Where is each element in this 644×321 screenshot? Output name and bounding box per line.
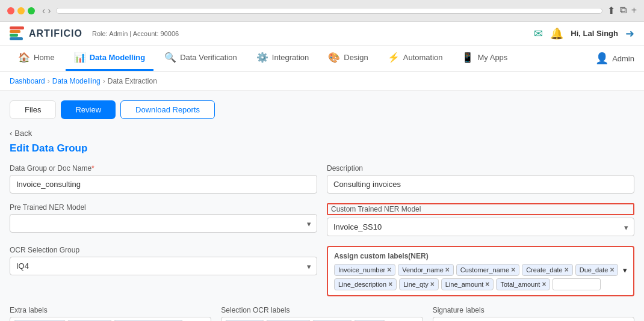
remove-invoice-number[interactable]: × <box>387 266 391 274</box>
logo-text: ARTIFICIO <box>29 28 82 39</box>
custom-trained-select[interactable]: Invoice_SS10 <box>327 218 634 236</box>
tab-files[interactable]: Files <box>10 100 56 119</box>
tl-yellow[interactable] <box>17 7 25 14</box>
ocr-label: OCR Selection Group <box>10 246 317 254</box>
nav-item-integration[interactable]: ⚙️ Integration <box>248 46 317 71</box>
signature-select-wrap <box>433 317 634 321</box>
tl-red[interactable] <box>7 7 14 14</box>
my-apps-icon: 📱 <box>462 52 474 63</box>
breadcrumb: Dashboard › Data Modelling › Data Extrac… <box>0 72 644 91</box>
remove-customer-name[interactable]: × <box>511 266 515 274</box>
bell-icon[interactable]: 🔔 <box>550 27 563 40</box>
scroll-indicator-right: ▾ <box>623 266 627 275</box>
role-info: Role: Admin | Account: 90006 <box>92 30 179 37</box>
nav-label-my-apps: My Apps <box>477 53 507 62</box>
description-group: Description <box>327 164 634 194</box>
back-arrow[interactable]: ‹ <box>42 5 45 16</box>
form-row-1: Data Group or Doc Name* Description <box>10 164 634 194</box>
signature-labels-label: Signature labels <box>433 306 634 314</box>
nav-item-home[interactable]: 🏠 Home <box>10 46 63 71</box>
ner-tag-input[interactable] <box>553 278 601 290</box>
window-icon[interactable]: ⧉ <box>620 5 627 16</box>
doc-name-input[interactable] <box>10 175 317 194</box>
selection-ocr-group: Selection OCR labels Address × Phone_no … <box>221 306 423 321</box>
breadcrumb-data-modelling[interactable]: Data Modelling <box>52 77 101 85</box>
remove-due-date[interactable]: × <box>610 266 614 274</box>
ner-tags-row1: Invoice_number × Vendor_name × Customer_… <box>334 264 627 276</box>
assign-labels-box: Assign custom labels(NER) Invoice_number… <box>327 246 634 296</box>
nav-right: 👤 Admin <box>595 52 634 65</box>
tag-customer-name: Customer_name × <box>456 264 519 276</box>
add-tab-icon[interactable]: + <box>631 5 637 16</box>
pre-trained-select[interactable] <box>10 214 317 233</box>
nav-label-data-verification: Data Verification <box>180 53 237 62</box>
nav-item-design[interactable]: 🎨 Design <box>320 46 376 71</box>
nav-label-data-modelling: Data Modelling <box>90 53 145 62</box>
nav-items: 🏠 Home 📊 Data Modelling 🔍 Data Verificat… <box>10 46 516 71</box>
nav-item-automation[interactable]: ⚡ Automation <box>379 46 451 71</box>
url-bar[interactable] <box>56 8 602 14</box>
logo-icon <box>10 26 24 40</box>
nav-item-my-apps[interactable]: 📱 My Apps <box>453 46 516 71</box>
extra-labels-container[interactable]: Customer_id × Vendor_id × Expense_catego… <box>10 317 211 321</box>
mail-icon[interactable]: ✉ <box>534 27 543 40</box>
extra-labels-group: Extra labels Customer_id × Vendor_id × E… <box>10 306 211 321</box>
logout-icon[interactable]: ➜ <box>625 27 634 40</box>
tab-review[interactable]: Review <box>61 100 116 119</box>
breadcrumb-sep-2: › <box>103 77 105 85</box>
tag-invoice-number: Invoice_number × <box>334 264 395 276</box>
pre-trained-select-wrap <box>10 214 317 233</box>
custom-trained-group: Custom Trained NER Model Invoice_SS10 <box>327 203 634 236</box>
back-arrow-icon: ‹ <box>10 129 12 138</box>
custom-trained-label: Custom Trained NER Model <box>327 203 634 215</box>
tag-line-qty: Line_qty × <box>399 278 439 290</box>
remove-total-amount[interactable]: × <box>542 280 546 289</box>
share-icon[interactable]: ⬆ <box>607 5 615 16</box>
ner-tags-row2: Line_description × Line_qty × Line_amoun… <box>334 278 627 290</box>
back-label: Back <box>14 129 32 138</box>
assign-labels-title: Assign custom labels(NER) <box>334 252 627 260</box>
top-bar: ARTIFICIO Role: Admin | Account: 90006 ✉… <box>0 22 644 46</box>
tag-create-date: Create_date × <box>522 264 573 276</box>
remove-line-description[interactable]: × <box>388 280 392 289</box>
breadcrumb-sep-1: › <box>48 77 50 85</box>
pre-trained-group: Pre Trained NER Model <box>10 203 317 236</box>
tab-download-reports[interactable]: Download Reports <box>120 100 215 119</box>
forward-arrow[interactable]: › <box>48 5 51 16</box>
admin-icon: 👤 <box>595 52 608 65</box>
selection-ocr-container[interactable]: Address × Phone_no × category × terms × … <box>221 317 423 321</box>
nav-item-data-modelling[interactable]: 📊 Data Modelling <box>66 46 153 71</box>
data-modelling-icon: 📊 <box>74 52 86 63</box>
ocr-select-wrap: IQ4 <box>10 257 317 275</box>
nav-label-integration: Integration <box>272 53 309 62</box>
back-link[interactable]: ‹ Back <box>10 129 32 138</box>
browser-chrome: ‹ › ⬆ ⧉ + <box>0 0 644 22</box>
breadcrumb-dashboard[interactable]: Dashboard <box>10 77 45 85</box>
remove-vendor-name[interactable]: × <box>445 266 450 274</box>
ocr-select[interactable]: IQ4 <box>10 257 317 275</box>
remove-line-qty[interactable]: × <box>430 280 435 289</box>
ocr-group: OCR Selection Group IQ4 <box>10 246 317 296</box>
description-input[interactable] <box>327 175 634 194</box>
page-title: Edit Data Group <box>10 142 634 154</box>
tl-green[interactable] <box>28 7 35 14</box>
remove-create-date[interactable]: × <box>565 266 569 274</box>
nav-arrows: ‹ › <box>42 5 51 16</box>
logo-area: ARTIFICIO Role: Admin | Account: 90006 <box>10 26 179 40</box>
tag-line-description: Line_description × <box>334 278 397 290</box>
remove-line-amount[interactable]: × <box>485 280 489 289</box>
signature-select[interactable] <box>433 317 634 321</box>
tag-vendor-name: Vendor_name × <box>398 264 454 276</box>
design-icon: 🎨 <box>328 52 340 63</box>
data-verification-icon: 🔍 <box>164 52 176 63</box>
automation-icon: ⚡ <box>388 52 400 63</box>
traffic-lights <box>7 7 35 14</box>
content: Files Review Download Reports ‹ Back Edi… <box>0 91 644 321</box>
doc-name-group: Data Group or Doc Name* <box>10 164 317 194</box>
nav-item-data-verification[interactable]: 🔍 Data Verification <box>156 46 246 71</box>
breadcrumb-data-extraction: Data Extraction <box>108 77 157 85</box>
home-icon: 🏠 <box>18 52 30 63</box>
nav-admin-label: Admin <box>612 54 634 63</box>
browser-actions: ⬆ ⧉ + <box>607 5 637 16</box>
assign-labels-group: Assign custom labels(NER) Invoice_number… <box>327 246 634 296</box>
